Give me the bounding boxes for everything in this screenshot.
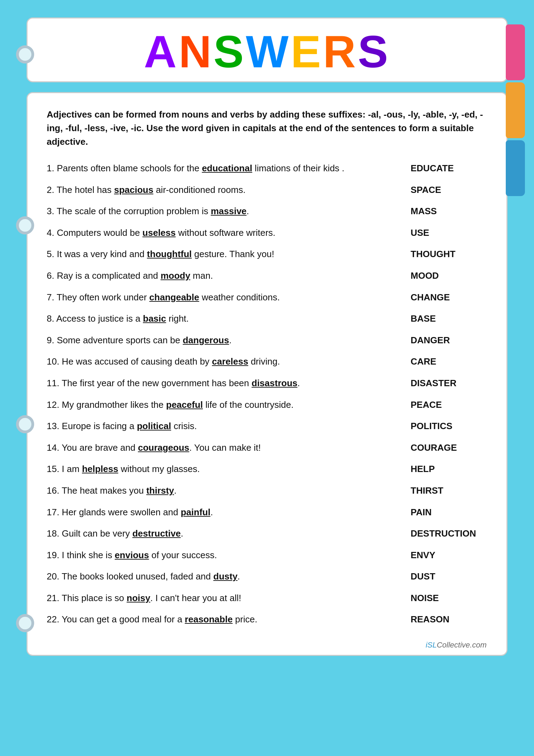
title-box: ANSWERS [26, 17, 508, 82]
keyword-20: DUST [411, 569, 487, 584]
exercise-row-5: 5. It was a very kind and thoughtful ges… [47, 247, 487, 262]
exercise-row-6: 6. Ray is a complicated and moody man.MO… [47, 269, 487, 283]
answer-6: moody [161, 270, 190, 281]
keyword-12: PEACE [411, 398, 487, 412]
sentence-22: 22. You can get a good meal for a reason… [47, 612, 411, 627]
answer-2: spacious [114, 185, 153, 195]
sentence-6: 6. Ray is a complicated and moody man. [47, 269, 411, 283]
sentence-4: 4. Computers would be useless without so… [47, 226, 411, 240]
exercise-row-1: 1. Parents often blame schools for the e… [47, 161, 487, 176]
letter-n: N [179, 26, 214, 77]
keyword-6: MOOD [411, 269, 487, 283]
keyword-14: COURAGE [411, 441, 487, 455]
answer-3: massive [211, 206, 247, 216]
letter-s2: S [358, 26, 390, 77]
exercise-row-13: 13. Europe is facing a political crisis.… [47, 419, 487, 434]
exercises-container: 1. Parents often blame schools for the e… [47, 161, 487, 627]
answer-11: disastrous [252, 378, 298, 388]
sentence-1: 1. Parents often blame schools for the e… [47, 161, 411, 176]
answer-22: reasonable [185, 614, 232, 624]
sentence-11: 11. The first year of the new government… [47, 376, 411, 391]
sentence-13: 13. Europe is facing a political crisis. [47, 419, 411, 434]
exercise-row-11: 11. The first year of the new government… [47, 376, 487, 391]
sentence-3: 3. The scale of the corruption problem i… [47, 204, 411, 219]
sentence-16: 16. The heat makes you thirsty. [47, 484, 411, 498]
answer-7: changeable [149, 292, 199, 302]
sentence-21: 21. This place is so noisy. I can't hear… [47, 591, 411, 606]
answer-16: thirsty [146, 485, 174, 496]
letter-e: E [291, 26, 323, 77]
keyword-7: CHANGE [411, 290, 487, 305]
answer-13: political [137, 421, 171, 431]
exercise-row-3: 3. The scale of the corruption problem i… [47, 204, 487, 219]
sentence-17: 17. Her glands were swollen and painful. [47, 505, 411, 520]
exercise-row-21: 21. This place is so noisy. I can't hear… [47, 591, 487, 606]
answer-19: envious [115, 550, 149, 560]
letter-a: A [144, 26, 179, 77]
tab-orange [506, 82, 525, 138]
exercise-row-18: 18. Guilt can be very destructive.DESTRU… [47, 526, 487, 541]
keyword-15: HELP [411, 462, 487, 477]
keyword-22: REASON [411, 612, 487, 627]
tab-blue [506, 140, 525, 196]
sentence-9: 9. Some adventure sports can be dangerou… [47, 333, 411, 348]
exercise-row-4: 4. Computers would be useless without so… [47, 226, 487, 240]
ring-2 [16, 216, 34, 234]
answer-15: helpless [82, 464, 118, 474]
content-box: Adjectives can be formed from nouns and … [26, 92, 508, 656]
answer-17: painful [181, 507, 210, 517]
keyword-1: EDUCATE [411, 161, 487, 176]
answer-14: courageous [138, 442, 189, 453]
keyword-16: THIRST [411, 484, 487, 498]
keyword-17: PAIN [411, 505, 487, 520]
sentence-8: 8. Access to justice is a basic right. [47, 312, 411, 326]
sentence-10: 10. He was accused of causing death by c… [47, 354, 411, 369]
keyword-2: SPACE [411, 183, 487, 197]
keyword-10: CARE [411, 354, 487, 369]
page-container: ANSWERS Adjectives can be formed from no… [26, 14, 508, 656]
exercise-row-12: 12. My grandmother likes the peaceful li… [47, 398, 487, 412]
letter-w: W [246, 26, 291, 77]
keyword-13: POLITICS [411, 419, 487, 434]
exercise-row-17: 17. Her glands were swollen and painful.… [47, 505, 487, 520]
answer-12: peaceful [166, 399, 203, 410]
answer-20: dusty [213, 571, 237, 582]
sentence-18: 18. Guilt can be very destructive. [47, 526, 411, 541]
keyword-9: DANGER [411, 333, 487, 348]
answer-1: educational [202, 163, 252, 173]
keyword-5: THOUGHT [411, 247, 487, 262]
sentence-15: 15. I am helpless without my glasses. [47, 462, 411, 477]
ring-3 [16, 415, 34, 433]
sentence-12: 12. My grandmother likes the peaceful li… [47, 398, 411, 412]
tabs-container [506, 24, 525, 196]
exercise-row-19: 19. I think she is envious of your succe… [47, 548, 487, 563]
instructions: Adjectives can be formed from nouns and … [47, 108, 487, 149]
exercise-row-15: 15. I am helpless without my glasses.HEL… [47, 462, 487, 477]
letter-s1: S [214, 26, 246, 77]
keyword-19: ENVY [411, 548, 487, 563]
ring-4 [16, 614, 34, 632]
keyword-21: NOISE [411, 591, 487, 606]
letter-r: R [323, 26, 358, 77]
keyword-18: DESTRUCTION [411, 526, 487, 541]
keyword-3: MASS [411, 204, 487, 219]
answer-4: useless [143, 227, 176, 238]
answers-title: ANSWERS [35, 29, 499, 74]
exercise-row-9: 9. Some adventure sports can be dangerou… [47, 333, 487, 348]
exercise-row-14: 14. You are brave and courageous. You ca… [47, 441, 487, 455]
answer-21: noisy [127, 593, 150, 603]
sentence-19: 19. I think she is envious of your succe… [47, 548, 411, 563]
sentence-14: 14. You are brave and courageous. You ca… [47, 441, 411, 455]
watermark: iSLCollective.com [426, 641, 487, 650]
exercise-row-8: 8. Access to justice is a basic right.BA… [47, 312, 487, 326]
exercise-row-7: 7. They often work under changeable weat… [47, 290, 487, 305]
exercise-row-22: 22. You can get a good meal for a reason… [47, 612, 487, 627]
tab-pink [506, 24, 525, 80]
sentence-7: 7. They often work under changeable weat… [47, 290, 411, 305]
keyword-4: USE [411, 226, 487, 240]
keyword-11: DISASTER [411, 376, 487, 391]
exercise-row-20: 20. The books looked unused, faded and d… [47, 569, 487, 584]
ring-1 [16, 45, 34, 63]
answer-18: destructive [132, 528, 181, 539]
answer-8: basic [143, 313, 166, 324]
